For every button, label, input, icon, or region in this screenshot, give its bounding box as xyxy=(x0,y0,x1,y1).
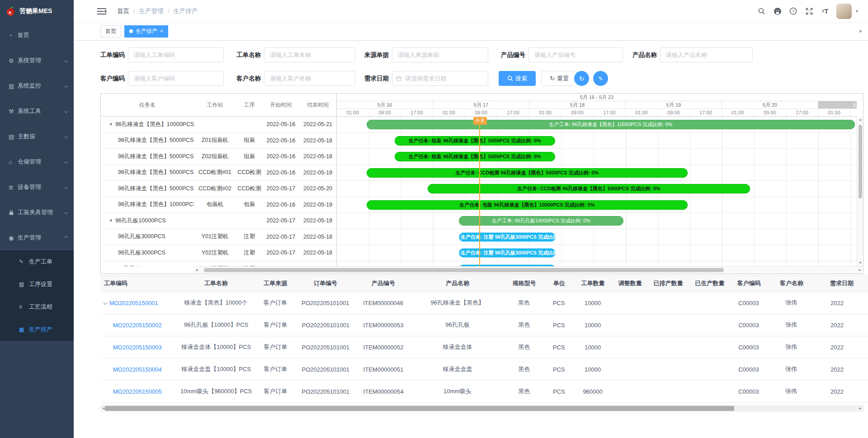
row-expand-icon[interactable] xyxy=(104,301,107,305)
table-horizontal-scrollbar[interactable]: ◄ ► xyxy=(100,405,863,412)
sidebar-subitem-0[interactable]: ✎生产工单 xyxy=(0,250,74,273)
order-code-link[interactable]: MO202205150004 xyxy=(113,366,162,373)
help-icon[interactable]: ? xyxy=(789,7,798,16)
avatar[interactable] xyxy=(836,4,852,19)
github-icon[interactable] xyxy=(773,7,782,16)
tree-collapse-icon[interactable]: ▼ xyxy=(109,218,113,223)
tab-0[interactable]: 首页 xyxy=(100,25,121,38)
filter-input-5[interactable] xyxy=(128,71,224,86)
sidebar-item-0[interactable]: ◔首页 xyxy=(0,23,74,48)
gantt-bar-selected[interactable]: 生产任务: 注塑 96孔孔板3000PCS 完成比例: 0% xyxy=(459,264,556,267)
orders-row-1[interactable]: MO20220515000296孔孔板【10000】PCS客户订单PO20220… xyxy=(100,314,868,336)
order-code-link[interactable]: MO202205150001 xyxy=(109,300,158,306)
scroll-right-icon[interactable]: ► xyxy=(858,268,862,272)
scroll-down-icon[interactable]: ▼ xyxy=(859,261,862,265)
scrollbar-thumb[interactable] xyxy=(204,268,724,272)
sidebar-item-7[interactable]: 工装夹具管理 xyxy=(0,200,74,225)
breadcrumb-item-0[interactable]: 首页 xyxy=(117,7,129,15)
gantt-grid-row[interactable]: 96孔移液盒【黑色】5000PCSCCD检测#02CCD检测2022-05-17… xyxy=(101,181,336,197)
gantt-hour-10: 09:00 xyxy=(658,109,690,116)
gantt-grid-row[interactable]: 96孔移液盒【黑色】5000PCSZ02组装机组装2022-05-162022-… xyxy=(101,149,336,165)
filter-input-0[interactable] xyxy=(128,47,224,62)
gantt-bar-task[interactable]: 生产任务: CCD检测 96孔移液盒【黑色】5000PCS 完成比例: 0% xyxy=(367,168,688,178)
sidebar-subitem-2[interactable]: ≡工艺流程 xyxy=(0,296,74,318)
gantt-bar-project[interactable]: 生产工单: 96孔移液盒【黑色】10000PCS 完成比例: 0% xyxy=(367,120,855,129)
sidebar-item-1[interactable]: ⚙系统管理 xyxy=(0,48,74,73)
gantt-grid-row[interactable]: ▼96孔移液盒【黑色】10000PCS2022-05-162022-05-21 xyxy=(101,117,336,133)
order-code-link[interactable]: MO202205150005 xyxy=(113,388,162,395)
filter-input-3[interactable] xyxy=(528,47,623,62)
orders-row-0[interactable]: MO202205150001移液盒【黑色】10000个客户订单PO2022051… xyxy=(100,292,868,314)
font-size-icon[interactable]: TT xyxy=(821,7,830,16)
sidebar-item-2[interactable]: ▥系统监控 xyxy=(0,73,74,99)
edit-columns-button[interactable]: ✎ xyxy=(593,71,608,86)
gantt-grid-row[interactable]: 96孔孔板3000PCSY03注塑机注塑2022-05-172022-05-18 xyxy=(101,261,336,267)
filter-input-2[interactable] xyxy=(392,47,488,62)
task-name-text: 96孔孔板10000PCS xyxy=(115,217,166,225)
chevron-down-icon[interactable]: ▾ xyxy=(856,9,858,14)
gantt-start-date: 2022-05-17 xyxy=(262,185,299,192)
tabs-dropdown-icon[interactable]: ▾ xyxy=(859,28,862,34)
gantt-bar-task[interactable]: 生产任务: 组装 96孔移液盒【黑色】5000PCS 完成比例: 0% xyxy=(395,136,555,146)
gantt-grid-header-0: 任务名 xyxy=(101,101,194,109)
orders-column-14: 需求日期 xyxy=(816,279,868,287)
collapse-sidebar-icon[interactable] xyxy=(97,8,106,15)
orders-row-3[interactable]: MO202205150004移液盒盒盖【10000】PCS客户订单PO20220… xyxy=(100,358,868,381)
demand-date-input[interactable] xyxy=(392,71,488,86)
gantt-grid-row[interactable]: 96孔移液盒【黑色】5000PCSZ01组装机组装2022-05-162022-… xyxy=(101,133,336,149)
scroll-up-icon[interactable]: ▲ xyxy=(859,118,862,122)
gantt-bar-project[interactable]: 生产工单: 96孔孔板10000PCS 完成比例: 0% xyxy=(459,216,623,226)
order-cell-demand_date: 2022 xyxy=(815,366,868,373)
sidebar-item-3[interactable]: ⚒系统工具 xyxy=(0,99,74,124)
reset-button[interactable]: ↻ 重置 xyxy=(541,71,577,86)
orders-row-2[interactable]: MO202205150003移液盒盒体【10000】PCS客户订单PO20220… xyxy=(100,336,868,358)
chevron-down-icon xyxy=(64,211,68,214)
sidebar-item-4[interactable]: ▤主数据 xyxy=(0,124,74,149)
search-icon[interactable] xyxy=(757,7,766,16)
gantt-bar-task[interactable]: 生产任务: 组装 96孔移液盒【黑色】5000PCS 完成比例: 0% xyxy=(395,152,555,161)
gantt-vertical-scrollbar[interactable]: ▲ ▼ xyxy=(857,117,863,266)
gantt-grid-row[interactable]: 96孔移液盒【黑色】5000PCSCCD检测#01CCD检测2022-05-16… xyxy=(101,165,336,181)
order-cell-product: 96孔孔板 xyxy=(412,321,504,329)
tree-collapse-icon[interactable]: ▼ xyxy=(109,122,113,127)
app-logo[interactable]: K 苦糖果MES xyxy=(0,0,74,23)
scrollbar-thumb[interactable] xyxy=(105,406,734,411)
gantt-bar-selected[interactable]: 生产任务: 注塑 96孔孔板3000PCS 完成比例: 0% xyxy=(459,248,556,258)
filter-field-4: 产品名称 xyxy=(632,47,753,62)
filter-label: 需求日期 xyxy=(364,75,389,83)
sidebar-item-6[interactable]: ≣设备管理 xyxy=(0,174,74,200)
filter-input-4[interactable] xyxy=(660,47,753,62)
filter-input-1[interactable] xyxy=(264,47,355,62)
breadcrumb-item-1[interactable]: 生产管理 xyxy=(139,7,164,15)
gantt-grid-row[interactable]: 96孔孔板3000PCSY01注塑机注塑2022-05-172022-05-18 xyxy=(101,229,336,245)
gantt-bar-selected[interactable]: 生产任务: 注塑 96孔孔板3000PCS 完成比例: 0% xyxy=(459,232,556,242)
sidebar-subitem-3[interactable]: ▦生产排产 xyxy=(0,318,74,341)
filter-input-6[interactable] xyxy=(264,71,355,86)
scroll-right-icon[interactable]: ► xyxy=(859,407,862,410)
gantt-horizontal-scrollbar[interactable]: ◄ ► xyxy=(193,266,863,273)
gantt-grid-row[interactable]: ▼96孔孔板10000PCS2022-05-172022-05-19 xyxy=(101,213,336,229)
search-button[interactable]: 搜索 xyxy=(499,71,536,86)
gantt-grid-row[interactable]: 96孔孔板3000PCSY02注塑机注塑2022-05-172022-05-18 xyxy=(101,245,336,261)
sidebar-item-5[interactable]: ⌂仓储管理 xyxy=(0,149,74,174)
filter-label: 产品编号 xyxy=(501,51,525,59)
tab-close-icon[interactable]: × xyxy=(160,28,163,34)
order-cell-spec: 黑色 xyxy=(503,387,545,396)
sidebar-subitem-1[interactable]: ▧工序设置 xyxy=(0,273,74,296)
order-code-link[interactable]: MO202205150003 xyxy=(113,344,162,351)
order-code-link[interactable]: MO202205150002 xyxy=(113,322,162,329)
fullscreen-icon[interactable] xyxy=(805,7,814,16)
sidebar-item-8[interactable]: ◉生产管理 xyxy=(0,225,74,250)
gantt-bar-task[interactable]: 生产任务: CCD检测 96孔移液盒【黑色】5000PCS 完成比例: 0% xyxy=(428,184,750,193)
refresh-table-button[interactable]: ↻ xyxy=(574,71,589,86)
orders-row-4[interactable]: MO20220515000510mm吸头【960000】PCS客户订单PO202… xyxy=(100,381,868,403)
breadcrumb-item-2[interactable]: 生产排产 xyxy=(174,7,198,15)
gantt-grid: 任务名工作站工序开始时间结束时间 ▼96孔移液盒【黑色】10000PCS2022… xyxy=(101,94,337,273)
tab-1[interactable]: 生产排产× xyxy=(124,25,168,38)
gantt-chart-row: 生产工单: 96孔孔板10000PCS 完成比例: 0% xyxy=(337,213,857,229)
scroll-left-icon[interactable]: ◄ xyxy=(195,268,198,272)
gantt-grid-row[interactable]: 96孔移液盒【黑色】10000PCS包装机包装2022-05-162022-05… xyxy=(101,197,336,213)
scrollbar-thumb[interactable] xyxy=(859,125,862,198)
flow-icon: ≡ xyxy=(19,304,29,310)
gantt-bar-task[interactable]: 生产任务: 包装 96孔移液盒【黑色】10000PCS 完成比例: 0% xyxy=(367,200,688,210)
